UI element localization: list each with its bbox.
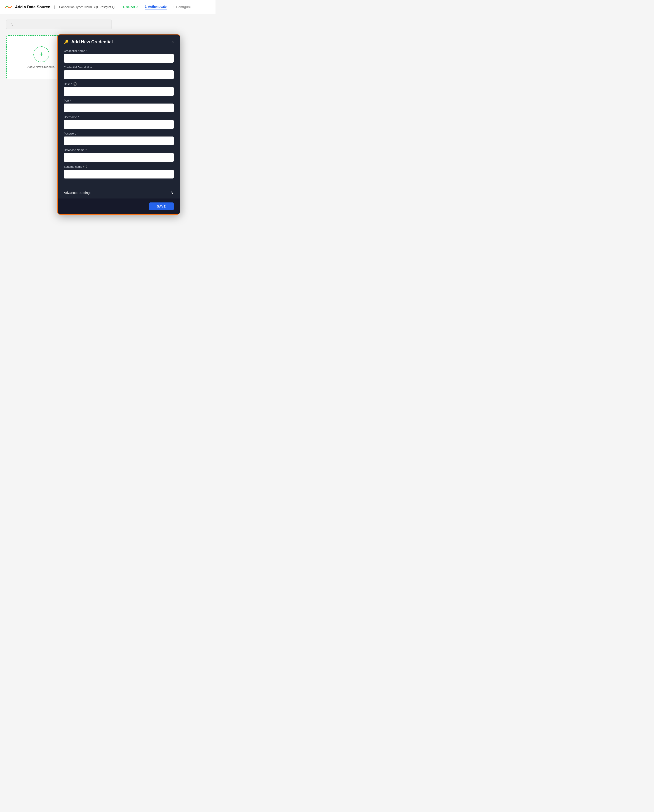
step-select[interactable]: 1. Select ✓ [122,5,139,9]
form-group-database-name: Database Name * [64,148,174,162]
schema-name-input[interactable] [64,170,174,179]
form-group-port: Port * [64,99,174,112]
credential-name-label: Credential Name * [64,49,174,52]
wizard-steps: 1. Select ✓ 2. Authenticate 3. Configure [122,5,191,9]
page-header: Add a Data Source | Connection Type: Clo… [0,0,215,14]
search-bar[interactable] [6,20,112,29]
search-icon [9,23,13,26]
form-group-credential-name: Credential Name * [64,49,174,63]
step-configure[interactable]: 3. Configure [173,5,191,9]
modal-footer: SAVE [58,198,180,214]
credential-name-input[interactable] [64,54,174,63]
form-group-schema-name: Schema name i [64,165,174,179]
chevron-down-icon: ∨ [171,190,174,195]
port-input[interactable] [64,104,174,112]
add-credential-label: Add A New Credential [28,65,55,69]
form-group-credential-description: Credential Description [64,66,174,79]
page-title: Add a Data Source [15,5,50,9]
database-name-input[interactable] [64,153,174,162]
add-credential-modal: 🔑 Add New Credential × Credential Name * [57,34,180,215]
main-content: + Add A New Credential 🔑 Add New Credent… [0,14,215,85]
username-label: Username * [64,115,174,119]
credential-description-input[interactable] [64,70,174,79]
port-label: Port * [64,99,174,102]
modal-title: Add New Credential [71,39,113,44]
advanced-settings-toggle[interactable]: Advanced Settings ∨ [58,186,180,198]
step-check-icon: ✓ [136,6,139,9]
schema-info-icon: i [83,165,87,168]
key-icon: 🔑 [64,40,69,44]
host-info-icon: i [73,82,76,86]
save-button[interactable]: SAVE [149,203,174,211]
modal-close-button[interactable]: × [171,40,174,44]
connection-type-label: Connection Type: Cloud SQL PostgreSQL [59,5,116,9]
modal-header: 🔑 Add New Credential × [58,35,180,48]
advanced-settings-label: Advanced Settings [64,191,91,195]
credential-description-label: Credential Description [64,66,174,69]
required-star-port: * [70,99,71,102]
required-star-username: * [78,115,79,119]
password-label: Password * [64,132,174,135]
form-group-password: Password * [64,132,174,145]
database-name-label: Database Name * [64,148,174,152]
host-label: Host * i [64,82,174,86]
required-star-database: * [86,148,87,152]
header-divider: | [54,5,55,9]
svg-line-1 [12,25,13,26]
app-logo [5,3,12,11]
required-star: * [86,49,87,52]
modal-body: Credential Name * Credential Description [58,48,180,186]
add-credential-plus-icon: + [34,46,49,62]
form-group-host: Host * i [64,82,174,96]
schema-name-label: Schema name i [64,165,174,168]
required-star-host: * [71,82,72,86]
modal-title-group: 🔑 Add New Credential [64,39,113,44]
form-group-username: Username * [64,115,174,129]
username-input[interactable] [64,120,174,129]
host-input[interactable] [64,87,174,96]
modal-wrapper: 🔑 Add New Credential × Credential Name * [57,34,180,215]
required-star-password: * [77,132,78,135]
password-input[interactable] [64,136,174,145]
step-authenticate[interactable]: 2. Authenticate [145,5,167,9]
